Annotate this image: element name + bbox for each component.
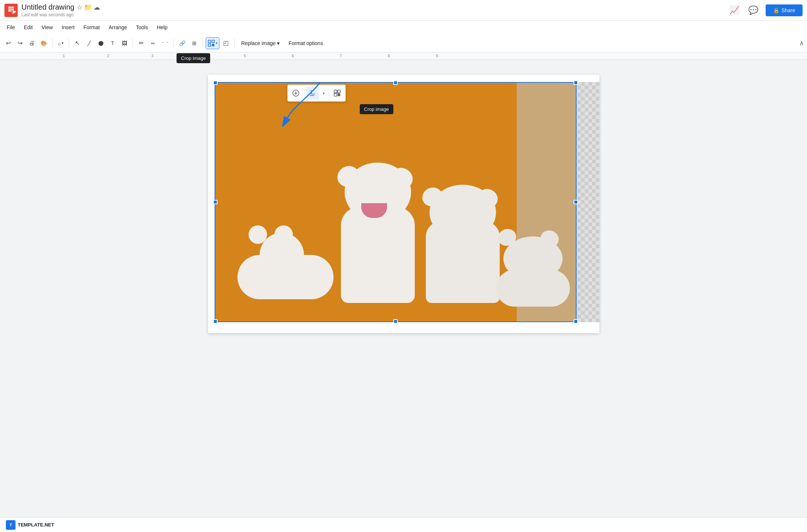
bottom-bar: T TEMPLATE.NET [0, 517, 807, 532]
float-crop-button[interactable] [306, 86, 319, 100]
line-dash-button[interactable]: ⁻ ⁻ [160, 37, 171, 49]
separator-4 [174, 39, 174, 48]
ruler-mark-1: 1 [63, 54, 65, 58]
undo-button[interactable]: ↩ [3, 37, 13, 49]
mask-button[interactable]: ◰ [221, 37, 231, 49]
link-button[interactable]: 🔗 [177, 37, 188, 49]
zoom-dropdown-icon: ▾ [62, 41, 64, 45]
float-toolbar: ▾ Crop image [287, 85, 346, 102]
menu-help[interactable]: Help [153, 23, 171, 32]
puppy-3 [422, 185, 503, 303]
image-container[interactable]: ▾ Crop image [215, 82, 577, 322]
app-logo [4, 4, 18, 17]
separator-5 [202, 39, 203, 48]
float-mask-button[interactable] [331, 86, 344, 100]
handle-mid-bottom[interactable] [393, 319, 398, 324]
select-button[interactable]: ↖ [72, 37, 82, 49]
zoom-button[interactable]: ⌕ ▾ [55, 37, 66, 49]
title-icons: ☆ 📁 ☁ [76, 3, 100, 11]
handle-mid-right[interactable] [574, 200, 578, 204]
doc-title[interactable]: Untitled drawing [21, 3, 74, 11]
format-options-button[interactable]: Format options [285, 39, 326, 48]
handle-top-right[interactable] [574, 81, 578, 85]
menu-arrange[interactable]: Arrange [105, 23, 131, 32]
handle-mid-top[interactable] [393, 81, 398, 85]
comments-icon[interactable]: 💬 [747, 4, 760, 17]
svg-rect-2 [8, 8, 14, 10]
crop-image-tooltip: Crop image [177, 53, 210, 63]
ruler-mark-7: 7 [340, 54, 342, 58]
float-divider [304, 89, 304, 98]
menu-bar: File Edit View Insert Format Arrange Too… [0, 21, 807, 34]
handle-bottom-right[interactable] [574, 319, 578, 324]
menu-insert[interactable]: Insert [58, 23, 78, 32]
crop-label-tooltip: Crop image [360, 104, 393, 114]
doc-title-area: Untitled drawing ☆ 📁 ☁ Last edit was sec… [21, 3, 728, 17]
ruler-mark-6: 6 [292, 54, 294, 58]
pen-button[interactable]: ✏ [136, 37, 146, 49]
puppy-4 [496, 225, 570, 307]
svg-rect-5 [208, 40, 211, 42]
transform-dropdown-icon: ▾ [216, 41, 218, 45]
toolbar: ↩ ↪ 🖨 🎨 ⌕ ▾ ↖ ╱ ⬤ T 🖼 ✏ ═ ⁻ ⁻ 🔗 ⊞ ▾ ◰ [0, 34, 807, 52]
ruler: 1 2 3 4 5 6 7 8 9 [0, 52, 807, 60]
header-right: 📈 💬 🔒 Share [728, 4, 803, 17]
last-edit-text: Last edit was seconds ago [21, 12, 728, 17]
float-crop-dropdown-button[interactable]: ▾ [321, 86, 327, 100]
ruler-mark-3: 3 [151, 54, 154, 58]
menu-view[interactable]: View [38, 23, 57, 32]
handle-top-left[interactable] [213, 81, 218, 85]
canvas-area: ▾ Crop image [0, 60, 807, 517]
svg-rect-8 [334, 90, 337, 93]
svg-rect-9 [337, 90, 340, 93]
text-button[interactable]: T [107, 37, 118, 49]
replace-image-button[interactable]: Replace image ▾ [237, 39, 283, 48]
ruler-mark-9: 9 [436, 54, 438, 58]
template-logo: T TEMPLATE.NET [6, 520, 54, 530]
puppies-image [215, 83, 576, 321]
template-logo-icon: T [6, 520, 16, 530]
puppy-1 [237, 225, 334, 299]
separator-6 [234, 39, 235, 48]
menu-tools[interactable]: Tools [132, 23, 152, 32]
image-button[interactable]: 🖼 [119, 37, 130, 49]
ruler-mark-8: 8 [388, 54, 390, 58]
cloud-icon[interactable]: ☁ [93, 3, 100, 11]
replace-image-dropdown-icon: ▾ [277, 40, 280, 46]
menu-edit[interactable]: Edit [20, 23, 37, 32]
svg-rect-6 [212, 44, 215, 46]
collapse-toolbar-button[interactable]: ∧ [799, 39, 804, 47]
float-add-button[interactable] [289, 86, 302, 100]
separator-3 [133, 39, 133, 48]
separator-1 [52, 39, 52, 48]
star-icon[interactable]: ☆ [76, 3, 82, 11]
redo-button[interactable]: ↪ [15, 37, 25, 49]
print-button[interactable]: 🖨 [27, 37, 37, 49]
handle-mid-left[interactable] [213, 200, 218, 204]
svg-rect-10 [334, 93, 337, 96]
svg-rect-3 [8, 10, 12, 11]
lock-icon: 🔒 [773, 7, 779, 13]
paint-format-button[interactable]: 🎨 [38, 37, 49, 49]
line-button[interactable]: ╱ [84, 37, 94, 49]
separator-2 [69, 39, 69, 48]
svg-rect-11 [337, 93, 340, 96]
handle-bottom-left[interactable] [213, 319, 218, 324]
title-bar: Untitled drawing ☆ 📁 ☁ Last edit was sec… [0, 0, 807, 21]
shape-button[interactable]: ⬤ [96, 37, 106, 49]
drawing-canvas[interactable]: ▾ Crop image [208, 75, 599, 333]
zoom-icon: ⌕ [58, 40, 61, 46]
diagram-button[interactable]: ⊞ [189, 37, 199, 49]
transform-button[interactable]: ▾ [206, 37, 219, 49]
menu-format[interactable]: Format [80, 23, 103, 32]
menu-file[interactable]: File [3, 23, 19, 32]
float-divider-2 [329, 89, 329, 98]
folder-icon[interactable]: 📁 [84, 3, 92, 11]
ruler-mark-5: 5 [244, 54, 246, 58]
svg-rect-1 [8, 7, 14, 8]
share-button[interactable]: 🔒 Share [766, 4, 803, 16]
analytics-icon[interactable]: 📈 [728, 4, 741, 17]
ruler-mark-2: 2 [107, 54, 109, 58]
puppy-2 [334, 163, 422, 303]
line-weight-button[interactable]: ═ [148, 37, 158, 49]
